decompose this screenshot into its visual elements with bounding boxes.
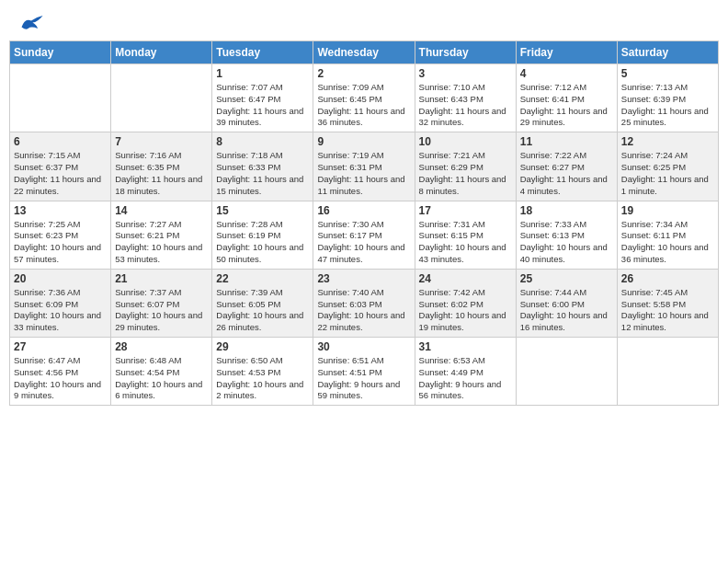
day-detail: Sunrise: 6:47 AMSunset: 4:56 PMDaylight:…: [14, 355, 107, 402]
calendar-cell: 21Sunrise: 7:37 AMSunset: 6:07 PMDayligh…: [111, 269, 212, 337]
calendar-cell: 14Sunrise: 7:27 AMSunset: 6:21 PMDayligh…: [111, 201, 212, 269]
weekday-header-tuesday: Tuesday: [212, 41, 313, 64]
day-number: 25: [520, 272, 613, 285]
day-detail: Sunrise: 7:09 AMSunset: 6:45 PMDaylight:…: [317, 82, 410, 129]
calendar-week-row: 13Sunrise: 7:25 AMSunset: 6:23 PMDayligh…: [10, 201, 719, 269]
calendar-cell: 27Sunrise: 6:47 AMSunset: 4:56 PMDayligh…: [10, 338, 111, 406]
weekday-header-sunday: Sunday: [10, 41, 111, 64]
calendar-cell: 5Sunrise: 7:13 AMSunset: 6:39 PMDaylight…: [617, 64, 718, 132]
day-number: 6: [14, 135, 107, 148]
day-number: 29: [216, 340, 309, 353]
calendar-cell: [111, 64, 212, 132]
day-detail: Sunrise: 7:33 AMSunset: 6:13 PMDaylight:…: [520, 219, 613, 266]
day-detail: Sunrise: 7:15 AMSunset: 6:37 PMDaylight:…: [14, 150, 107, 197]
calendar-cell: 2Sunrise: 7:09 AMSunset: 6:45 PMDaylight…: [313, 64, 415, 132]
day-detail: Sunrise: 7:37 AMSunset: 6:07 PMDaylight:…: [115, 287, 208, 334]
day-detail: Sunrise: 7:25 AMSunset: 6:23 PMDaylight:…: [14, 219, 107, 266]
calendar-cell: [516, 338, 617, 406]
day-detail: Sunrise: 7:31 AMSunset: 6:15 PMDaylight:…: [419, 219, 512, 266]
day-number: 13: [14, 204, 107, 217]
day-detail: Sunrise: 7:40 AMSunset: 6:03 PMDaylight:…: [317, 287, 410, 334]
day-number: 21: [115, 272, 208, 285]
calendar-table: SundayMondayTuesdayWednesdayThursdayFrid…: [9, 40, 719, 406]
calendar-cell: 31Sunrise: 6:53 AMSunset: 4:49 PMDayligh…: [415, 338, 516, 406]
day-number: 11: [520, 135, 613, 148]
day-detail: Sunrise: 7:22 AMSunset: 6:27 PMDaylight:…: [520, 150, 613, 197]
day-number: 26: [621, 272, 714, 285]
day-number: 30: [317, 340, 410, 353]
weekday-header-wednesday: Wednesday: [313, 41, 415, 64]
day-detail: Sunrise: 7:16 AMSunset: 6:35 PMDaylight:…: [115, 150, 208, 197]
day-number: 24: [419, 272, 512, 285]
day-detail: Sunrise: 7:13 AMSunset: 6:39 PMDaylight:…: [621, 82, 714, 129]
weekday-header-saturday: Saturday: [617, 41, 718, 64]
calendar-week-row: 20Sunrise: 7:36 AMSunset: 6:09 PMDayligh…: [10, 269, 719, 337]
day-number: 4: [520, 67, 613, 80]
logo: [17, 13, 44, 29]
day-detail: Sunrise: 7:19 AMSunset: 6:31 PMDaylight:…: [317, 150, 410, 197]
day-number: 18: [520, 204, 613, 217]
day-detail: Sunrise: 7:18 AMSunset: 6:33 PMDaylight:…: [216, 150, 309, 197]
day-detail: Sunrise: 7:24 AMSunset: 6:25 PMDaylight:…: [621, 150, 714, 197]
day-detail: Sunrise: 7:34 AMSunset: 6:11 PMDaylight:…: [621, 219, 714, 266]
day-number: 28: [115, 340, 208, 353]
day-detail: Sunrise: 6:51 AMSunset: 4:51 PMDaylight:…: [317, 355, 410, 402]
calendar-cell: 15Sunrise: 7:28 AMSunset: 6:19 PMDayligh…: [212, 201, 313, 269]
calendar-cell: 20Sunrise: 7:36 AMSunset: 6:09 PMDayligh…: [10, 269, 111, 337]
calendar-cell: 17Sunrise: 7:31 AMSunset: 6:15 PMDayligh…: [415, 201, 516, 269]
calendar-cell: [10, 64, 111, 132]
day-number: 12: [621, 135, 714, 148]
header: [9, 9, 719, 33]
calendar-cell: 18Sunrise: 7:33 AMSunset: 6:13 PMDayligh…: [516, 201, 617, 269]
day-number: 27: [14, 340, 107, 353]
day-number: 23: [317, 272, 410, 285]
day-number: 15: [216, 204, 309, 217]
day-number: 3: [419, 67, 512, 80]
day-number: 7: [115, 135, 208, 148]
day-number: 9: [317, 135, 410, 148]
day-detail: Sunrise: 7:42 AMSunset: 6:02 PMDaylight:…: [419, 287, 512, 334]
calendar-cell: 11Sunrise: 7:22 AMSunset: 6:27 PMDayligh…: [516, 132, 617, 201]
day-detail: Sunrise: 7:45 AMSunset: 5:58 PMDaylight:…: [621, 287, 714, 334]
weekday-header-thursday: Thursday: [415, 41, 516, 64]
day-number: 5: [621, 67, 714, 80]
calendar-cell: 3Sunrise: 7:10 AMSunset: 6:43 PMDaylight…: [415, 64, 516, 132]
calendar-cell: 10Sunrise: 7:21 AMSunset: 6:29 PMDayligh…: [415, 132, 516, 201]
day-detail: Sunrise: 6:48 AMSunset: 4:54 PMDaylight:…: [115, 355, 208, 402]
day-detail: Sunrise: 7:36 AMSunset: 6:09 PMDaylight:…: [14, 287, 107, 334]
day-number: 19: [621, 204, 714, 217]
day-number: 1: [216, 67, 309, 80]
day-detail: Sunrise: 7:12 AMSunset: 6:41 PMDaylight:…: [520, 82, 613, 129]
calendar-cell: 25Sunrise: 7:44 AMSunset: 6:00 PMDayligh…: [516, 269, 617, 337]
calendar-cell: [617, 338, 718, 406]
day-detail: Sunrise: 7:39 AMSunset: 6:05 PMDaylight:…: [216, 287, 309, 334]
day-detail: Sunrise: 7:30 AMSunset: 6:17 PMDaylight:…: [317, 219, 410, 266]
calendar-cell: 23Sunrise: 7:40 AMSunset: 6:03 PMDayligh…: [313, 269, 415, 337]
calendar-cell: 12Sunrise: 7:24 AMSunset: 6:25 PMDayligh…: [617, 132, 718, 201]
day-number: 2: [317, 67, 410, 80]
day-detail: Sunrise: 6:50 AMSunset: 4:53 PMDaylight:…: [216, 355, 309, 402]
calendar-cell: 7Sunrise: 7:16 AMSunset: 6:35 PMDaylight…: [111, 132, 212, 201]
day-number: 16: [317, 204, 410, 217]
day-number: 8: [216, 135, 309, 148]
calendar-cell: 16Sunrise: 7:30 AMSunset: 6:17 PMDayligh…: [313, 201, 415, 269]
calendar-cell: 30Sunrise: 6:51 AMSunset: 4:51 PMDayligh…: [313, 338, 415, 406]
day-number: 22: [216, 272, 309, 285]
calendar-cell: 26Sunrise: 7:45 AMSunset: 5:58 PMDayligh…: [617, 269, 718, 337]
calendar-cell: 9Sunrise: 7:19 AMSunset: 6:31 PMDaylight…: [313, 132, 415, 201]
day-number: 10: [419, 135, 512, 148]
calendar-cell: 28Sunrise: 6:48 AMSunset: 4:54 PMDayligh…: [111, 338, 212, 406]
calendar-cell: 22Sunrise: 7:39 AMSunset: 6:05 PMDayligh…: [212, 269, 313, 337]
day-detail: Sunrise: 7:21 AMSunset: 6:29 PMDaylight:…: [419, 150, 512, 197]
day-detail: Sunrise: 7:10 AMSunset: 6:43 PMDaylight:…: [419, 82, 512, 129]
logo-bird-icon: [18, 13, 44, 35]
day-number: 31: [419, 340, 512, 353]
calendar-cell: 4Sunrise: 7:12 AMSunset: 6:41 PMDaylight…: [516, 64, 617, 132]
calendar-cell: 13Sunrise: 7:25 AMSunset: 6:23 PMDayligh…: [10, 201, 111, 269]
calendar-cell: 1Sunrise: 7:07 AMSunset: 6:47 PMDaylight…: [212, 64, 313, 132]
calendar-week-row: 27Sunrise: 6:47 AMSunset: 4:56 PMDayligh…: [10, 338, 719, 406]
day-detail: Sunrise: 7:44 AMSunset: 6:00 PMDaylight:…: [520, 287, 613, 334]
calendar-week-row: 6Sunrise: 7:15 AMSunset: 6:37 PMDaylight…: [10, 132, 719, 201]
calendar-week-row: 1Sunrise: 7:07 AMSunset: 6:47 PMDaylight…: [10, 64, 719, 132]
day-number: 17: [419, 204, 512, 217]
